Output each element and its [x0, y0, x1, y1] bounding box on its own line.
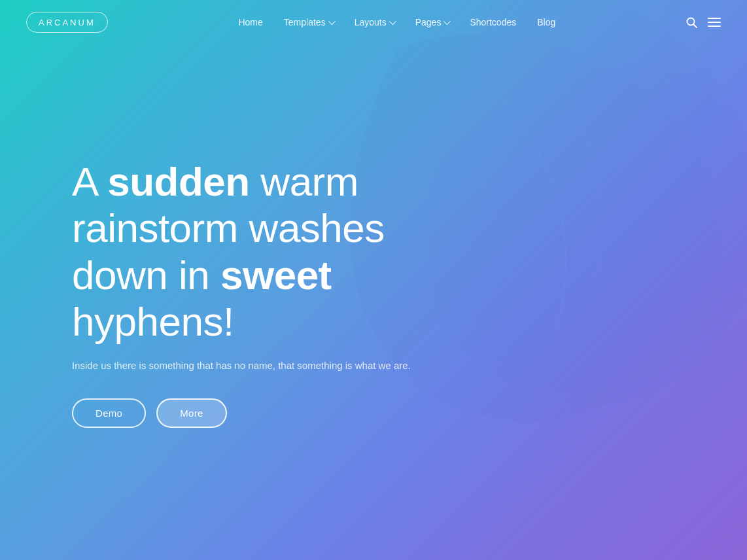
hero-heading-bold2: sweet — [220, 253, 332, 298]
svg-line-1 — [693, 24, 697, 27]
nav-link-home[interactable]: Home — [238, 17, 262, 27]
search-icon — [686, 17, 697, 28]
nav-link-pages[interactable]: Pages — [415, 17, 449, 27]
nav-links: Home Templates Layouts Pages — [238, 16, 555, 28]
nav-link-shortcodes[interactable]: Shortcodes — [470, 17, 516, 27]
demo-button[interactable]: Demo — [72, 398, 146, 428]
hamburger-menu-button[interactable] — [708, 18, 721, 27]
chevron-down-icon — [443, 18, 451, 25]
hamburger-line — [708, 22, 721, 23]
hero-heading-part1: A — [72, 159, 107, 204]
logo[interactable]: ARCANUM — [26, 12, 108, 33]
nav-link-templates[interactable]: Templates — [284, 17, 334, 27]
hero-buttons: Demo More — [72, 398, 491, 428]
nav-icon-group — [686, 17, 721, 28]
hamburger-line — [708, 18, 721, 19]
nav-link-layouts[interactable]: Layouts — [355, 17, 394, 27]
nav-item-layouts[interactable]: Layouts — [355, 17, 394, 27]
nav-item-templates[interactable]: Templates — [284, 17, 334, 27]
logo-text: ARCANUM — [39, 18, 96, 27]
nav-link-blog[interactable]: Blog — [537, 17, 555, 27]
more-button[interactable]: More — [156, 398, 226, 428]
hero-subtext: Inside us there is something that has no… — [72, 358, 491, 374]
navbar: ARCANUM Home Templates Layouts Page — [0, 0, 747, 44]
hero-content: A sudden warm rainstorm washesdown in sw… — [0, 158, 491, 428]
hamburger-line — [708, 26, 721, 27]
nav-item-shortcodes[interactable]: Shortcodes — [470, 16, 516, 28]
nav-item-blog[interactable]: Blog — [537, 16, 555, 28]
chevron-down-icon — [328, 18, 335, 25]
nav-item-pages[interactable]: Pages — [415, 17, 449, 27]
hero-section: ARCANUM Home Templates Layouts Page — [0, 0, 747, 560]
search-button[interactable] — [686, 17, 697, 28]
hero-heading-bold1: sudden — [107, 159, 249, 204]
nav-item-home[interactable]: Home — [238, 16, 262, 28]
chevron-down-icon — [389, 18, 396, 25]
hero-heading-part3: hyphens! — [72, 299, 234, 344]
hero-heading: A sudden warm rainstorm washesdown in sw… — [72, 158, 491, 345]
